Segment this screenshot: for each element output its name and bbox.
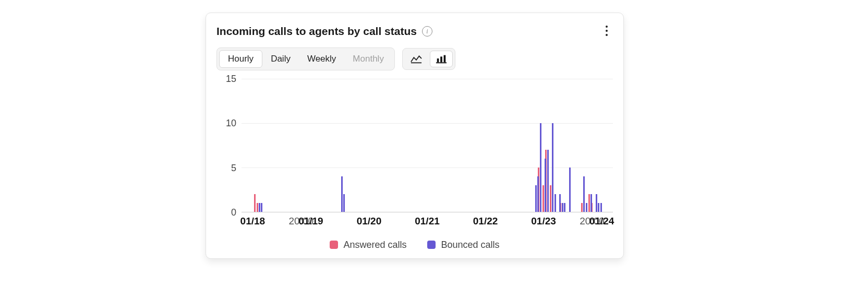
bar-answered <box>581 203 583 212</box>
x-tick-label: 01/19 <box>298 216 323 227</box>
chart-type-toggle-group <box>402 48 455 70</box>
y-tick-label: 5 <box>216 162 236 173</box>
legend-item-answered[interactable]: Answered calls <box>330 240 406 250</box>
bar-bounced <box>545 159 546 212</box>
x-tick-label: 01/24 <box>589 216 614 227</box>
swatch-bounced-icon <box>427 241 436 249</box>
granularity-hourly-button[interactable]: Hourly <box>219 50 262 68</box>
bar-bounced <box>554 194 556 212</box>
bar-bounced <box>564 203 565 212</box>
bar-bounced <box>547 150 549 212</box>
bar-bounced <box>569 168 571 212</box>
bar-bounced <box>341 176 343 212</box>
x-tick-label: 01/22 <box>473 216 498 227</box>
bar-bounced <box>343 194 345 212</box>
bar-answered <box>550 185 551 212</box>
legend-item-bounced[interactable]: Bounced calls <box>427 240 499 250</box>
grid-line <box>242 168 613 168</box>
y-tick-label: 15 <box>216 74 236 85</box>
grid-line <box>242 123 613 124</box>
bar-bounced <box>586 203 587 212</box>
bar-bounced <box>552 123 553 212</box>
bar-answered <box>542 185 544 212</box>
x-tick-label: 01/18 <box>240 216 266 227</box>
chart-area: 051015 01/1820:0001/1901/2001/2101/2201/… <box>216 79 613 228</box>
plot-area <box>242 79 613 212</box>
granularity-monthly-button: Monthly <box>344 50 392 68</box>
bar-bounced <box>598 203 599 212</box>
bar-bounced <box>600 203 602 212</box>
bar-answered <box>257 203 258 212</box>
grid-line <box>242 79 613 79</box>
granularity-daily-button[interactable]: Daily <box>262 50 299 68</box>
granularity-toggle-group: HourlyDailyWeeklyMonthly <box>216 47 395 70</box>
bar-chart-icon <box>436 54 447 64</box>
bar-bounced <box>596 194 597 212</box>
bar-bounced <box>261 203 262 212</box>
bar-bounced <box>259 203 260 212</box>
bar-bounced <box>562 203 563 212</box>
card-title: Incoming calls to agents by call status <box>216 25 417 38</box>
y-tick-label: 0 <box>216 207 236 218</box>
granularity-weekly-button[interactable]: Weekly <box>299 50 344 68</box>
bar-bounced <box>590 194 592 212</box>
svg-rect-2 <box>440 56 442 62</box>
y-tick-label: 10 <box>216 118 236 129</box>
bar-bounced <box>540 123 541 212</box>
calls-by-status-card: Incoming calls to agents by call status … <box>206 13 624 259</box>
info-icon[interactable]: i <box>422 26 432 37</box>
chart-legend: Answered calls Bounced calls <box>206 237 623 252</box>
bar-bounced <box>537 176 539 212</box>
bar-chart-button[interactable] <box>430 51 453 67</box>
bar-bounced <box>583 176 585 212</box>
more-options-button[interactable] <box>600 23 613 38</box>
x-axis: 01/1820:0001/1901/2001/2101/2201/2320:00… <box>242 213 613 228</box>
swatch-answered-icon <box>330 241 338 249</box>
bar-bounced <box>535 185 537 212</box>
bar-bounced <box>559 194 561 212</box>
bar-answered <box>254 194 256 212</box>
x-tick-label: 01/20 <box>357 216 382 227</box>
x-tick-label: 01/23 <box>531 216 556 227</box>
y-axis: 051015 <box>216 79 237 212</box>
legend-label: Bounced calls <box>441 240 499 250</box>
line-chart-icon <box>411 54 422 64</box>
svg-rect-1 <box>437 58 439 62</box>
bar-answered <box>588 194 590 212</box>
x-tick-label: 01/21 <box>415 216 440 227</box>
legend-label: Answered calls <box>343 240 406 250</box>
line-chart-button[interactable] <box>405 51 428 67</box>
svg-rect-3 <box>443 55 445 63</box>
